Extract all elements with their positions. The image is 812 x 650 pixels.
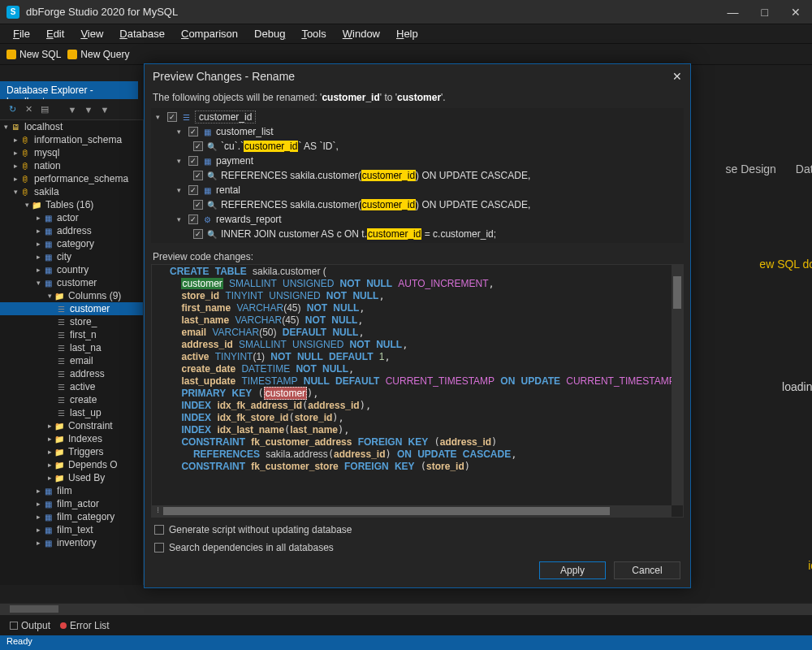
output-tab[interactable]: Output [10,620,50,631]
changes-item-customer-list[interactable]: ▾ ✓ ▦ customer_list [153,124,682,139]
code-preview-pane[interactable]: CREATE TABLE sakila.customer ( customer … [151,264,684,518]
error-list-tab[interactable]: Error List [60,620,110,631]
tree-db[interactable]: ▸🛢performance_schema [0,172,143,185]
refresh-icon[interactable]: ↻ [6,104,18,115]
tree-table[interactable]: ▸▦country [0,263,143,276]
changes-detail[interactable]: ✓ 🔍 INNER JOIN customer AS c ON t.custom… [153,227,682,241]
expand-icon[interactable]: ▾ [177,186,185,194]
scrollbar-thumb[interactable] [673,276,681,309]
tree-column[interactable]: ☰last_na [0,341,143,354]
tree-db-sakila[interactable]: ▾🛢sakila [0,185,143,198]
tree-column[interactable]: ☰store_ [0,315,143,328]
checkbox[interactable]: ✓ [188,214,198,224]
menu-database[interactable]: Database [113,26,171,41]
tree-db[interactable]: ▸🛢nation [0,159,143,172]
tree-table[interactable]: ▸▦city [0,250,143,263]
new-query-button[interactable]: New Query [67,49,129,60]
checkbox[interactable] [154,525,164,535]
tree-table[interactable]: ▸▦film_category [0,510,143,523]
minimize-button[interactable]: — [723,4,744,20]
expand-icon[interactable]: ▾ [177,215,185,223]
bg-link-odbc[interactable]: id Other Updates in ODB [808,559,812,572]
tree-table[interactable]: ▸▦address [0,224,143,237]
disconnect-icon[interactable]: ✕ [23,104,34,115]
code-vscrollbar[interactable] [672,265,683,505]
checkbox[interactable] [154,543,164,552]
dialog-titlebar[interactable]: Preview Changes - Rename ✕ [145,64,690,89]
changes-item-rental[interactable]: ▾ ✓ ▦ rental [153,183,682,197]
tree-column[interactable]: ☰email [0,354,143,367]
checkbox[interactable]: ✓ [193,141,203,151]
changes-detail[interactable]: ✓ 🔍 `cu`.`customer_id` AS `ID`, [153,139,682,154]
menu-window[interactable]: Window [336,26,387,41]
filter2-icon[interactable]: ▼ [83,104,94,115]
menu-edit[interactable]: Edit [40,26,71,41]
filter3-icon[interactable]: ▼ [99,104,110,115]
tree-db[interactable]: ▸🛢mysql [0,146,143,159]
cancel-button[interactable]: Cancel [614,561,680,579]
menu-help[interactable]: Help [390,26,425,41]
expand-icon[interactable]: ▾ [177,157,185,165]
opt-search-deps[interactable]: Search dependencies in all databases [154,542,680,553]
tree-db[interactable]: ▸🛢information_schema [0,133,143,146]
filter1-icon[interactable]: ▼ [67,104,78,115]
menu-debug[interactable]: Debug [248,26,292,41]
checkbox[interactable]: ✓ [193,229,203,239]
main-toolbar: New SQL New Query [0,44,812,65]
tree-table[interactable]: ▸▦actor [0,211,143,224]
changes-item-rewards[interactable]: ▾ ✓ ⚙ rewards_report [153,212,682,227]
tree-table-customer[interactable]: ▾▦customer [0,276,143,289]
tree-table[interactable]: ▸▦inventory [0,536,143,549]
titlebar: S dbForge Studio 2020 for MySQL — □ ✕ [0,0,812,24]
column-icon: ☰ [55,356,67,366]
tree-tables-folder[interactable]: ▾📁Tables (16) [0,198,143,211]
tree-table[interactable]: ▸▦category [0,237,143,250]
changes-root[interactable]: ▾ ✓ ☰ customer_id [153,110,502,124]
apply-button[interactable]: Apply [539,561,606,579]
tree-subfolder[interactable]: ▸📁Indexes [0,432,143,445]
close-button[interactable]: ✕ [786,4,806,20]
tree-subfolder[interactable]: ▸📁Used By [0,471,143,484]
explorer-hscrollbar[interactable] [0,603,812,614]
menu-view[interactable]: View [74,26,110,41]
menu-comparison[interactable]: Comparison [175,26,244,41]
tab-dbsync[interactable]: Database Sy [796,162,812,187]
tree-column[interactable]: ☰last_up [0,406,143,419]
scrollbar-thumb[interactable] [163,507,610,515]
checkbox[interactable]: ✓ [188,127,198,136]
expand-icon[interactable]: ▾ [156,113,164,121]
window-icon[interactable]: ▤ [39,104,50,115]
tree-column[interactable]: ☰address [0,367,143,380]
checkbox[interactable]: ✓ [193,200,203,210]
code-hscrollbar[interactable] [152,505,672,517]
new-sql-button[interactable]: New SQL [6,49,61,60]
menu-file[interactable]: File [6,26,37,41]
tree-subfolder[interactable]: ▸📁Constraint [0,419,143,432]
dialog-close-button[interactable]: ✕ [672,70,682,83]
tree-subfolder[interactable]: ▸📁Depends O [0,458,143,471]
tree-column[interactable]: ☰create [0,393,143,406]
checkbox[interactable]: ✓ [188,185,198,195]
changes-detail[interactable]: ✓ 🔍 REFERENCES sakila.customer(customer_… [153,168,682,183]
maximize-button[interactable]: □ [757,4,773,20]
tree-subfolder[interactable]: ▸📁Triggers [0,445,143,458]
menu-tools[interactable]: Tools [295,26,332,41]
tab-design[interactable]: se Design [726,162,776,187]
tree-columns-folder[interactable]: ▾📁Columns (9) [0,289,143,302]
changes-item-payment[interactable]: ▾ ✓ ▦ payment [153,154,682,168]
tree-column-customer[interactable]: ☰customer [0,302,143,315]
tree-table[interactable]: ▸▦film [0,484,143,497]
tree-column[interactable]: ☰active [0,380,143,393]
checkbox[interactable]: ✓ [193,171,203,180]
bg-link-newsql[interactable]: ew SQL document [759,258,812,271]
changes-detail[interactable]: ✓ 🔍 REFERENCES sakila.customer(customer_… [153,197,682,212]
tree-server[interactable]: ▾🖥localhost [0,120,143,133]
expand-icon[interactable]: ▾ [177,128,185,136]
checkbox[interactable]: ✓ [188,156,198,166]
checkbox[interactable]: ✓ [167,112,177,122]
tree-table[interactable]: ▸▦film_text [0,523,143,536]
opt-generate-script[interactable]: Generate script without updating databas… [154,524,680,535]
scrollbar-thumb[interactable] [10,605,58,613]
tree-column[interactable]: ☰first_n [0,328,143,341]
tree-table[interactable]: ▸▦film_actor [0,497,143,510]
